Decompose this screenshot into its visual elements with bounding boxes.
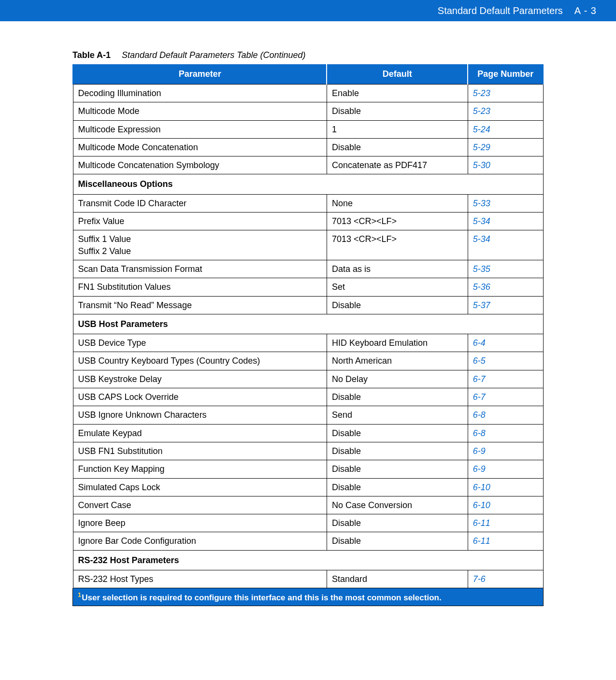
cell-parameter: USB Country Keyboard Types (Country Code… xyxy=(73,352,327,370)
page-link[interactable]: 6-7 xyxy=(473,374,486,384)
table-row: Ignore BeepDisable6-11 xyxy=(73,514,543,532)
table-row: Scan Data Transmission FormatData as is5… xyxy=(73,260,543,278)
cell-parameter: Decoding Illumination xyxy=(73,85,327,102)
cell-parameter: Ignore Bar Code Configuration xyxy=(73,532,327,550)
parameters-table: Parameter Default Page Number Decoding I… xyxy=(72,64,544,588)
cell-parameter: Function Key Mapping xyxy=(73,460,327,478)
cell-page-number: 5-23 xyxy=(468,102,543,120)
cell-page-number: 5-34 xyxy=(468,230,543,260)
page-link[interactable]: 6-10 xyxy=(473,482,490,492)
cell-default: No Delay xyxy=(327,370,468,388)
table-row: USB Ignore Unknown CharactersSend6-8 xyxy=(73,406,543,424)
cell-page-number: 5-33 xyxy=(468,194,543,212)
cell-page-number: 6-7 xyxy=(468,370,543,388)
cell-default: North American xyxy=(327,352,468,370)
cell-parameter: Simulated Caps Lock xyxy=(73,478,327,496)
page-header: Standard Default Parameters A - 3 xyxy=(0,0,616,21)
page-link[interactable]: 5-34 xyxy=(473,234,490,244)
table-row: Decoding IlluminationEnable5-23 xyxy=(73,85,543,102)
cell-parameter: Multicode Expression xyxy=(73,120,327,138)
cell-page-number: 6-9 xyxy=(468,442,543,460)
page-link[interactable]: 5-29 xyxy=(473,142,490,152)
cell-parameter: USB Ignore Unknown Characters xyxy=(73,406,327,424)
page-link[interactable]: 6-10 xyxy=(473,500,490,510)
cell-default: Disable xyxy=(327,102,468,120)
cell-default: Enable xyxy=(327,85,468,102)
cell-page-number: 6-11 xyxy=(468,532,543,550)
cell-parameter: Convert Case xyxy=(73,496,327,514)
cell-parameter: RS-232 Host Types xyxy=(73,570,327,588)
cell-parameter: USB FN1 Substitution xyxy=(73,442,327,460)
page-link[interactable]: 6-8 xyxy=(473,428,486,438)
page-link[interactable]: 5-37 xyxy=(473,300,490,310)
table-section-row: Miscellaneous Options xyxy=(73,174,543,194)
cell-page-number: 6-10 xyxy=(468,496,543,514)
page-link[interactable]: 6-8 xyxy=(473,410,486,420)
page-link[interactable]: 6-9 xyxy=(473,446,486,456)
cell-default: Disable xyxy=(327,532,468,550)
cell-default: 1 xyxy=(327,120,468,138)
page-link[interactable]: 5-30 xyxy=(473,160,490,170)
table-row: Transmit Code ID CharacterNone5-33 xyxy=(73,194,543,212)
table-row: Simulated Caps LockDisable6-10 xyxy=(73,478,543,496)
cell-page-number: 5-29 xyxy=(468,138,543,156)
page-link[interactable]: 6-11 xyxy=(473,536,490,546)
table-row: RS-232 Host TypesStandard7-6 xyxy=(73,570,543,588)
page-link[interactable]: 6-4 xyxy=(473,338,486,348)
page-link[interactable]: 5-35 xyxy=(473,264,490,274)
table-row: Ignore Bar Code ConfigurationDisable6-11 xyxy=(73,532,543,550)
section-title: RS-232 Host Parameters xyxy=(73,550,543,570)
page-link[interactable]: 6-9 xyxy=(473,464,486,474)
cell-page-number: 5-35 xyxy=(468,260,543,278)
cell-page-number: 6-10 xyxy=(468,478,543,496)
cell-default: No Case Conversion xyxy=(327,496,468,514)
cell-parameter: Scan Data Transmission Format xyxy=(73,260,327,278)
table-row: USB FN1 SubstitutionDisable6-9 xyxy=(73,442,543,460)
page-link[interactable]: 5-36 xyxy=(473,282,490,292)
col-header-default: Default xyxy=(327,64,468,85)
cell-default: HID Keyboard Emulation xyxy=(327,334,468,352)
footnote-marker: 1 xyxy=(78,591,81,598)
cell-parameter: USB Keystroke Delay xyxy=(73,370,327,388)
cell-parameter: FN1 Substitution Values xyxy=(73,278,327,296)
header-section-title: Standard Default Parameters xyxy=(438,5,563,16)
cell-default: Disable xyxy=(327,388,468,406)
page-link[interactable]: 7-6 xyxy=(473,574,486,584)
cell-default: Disable xyxy=(327,460,468,478)
cell-page-number: 6-8 xyxy=(468,424,543,442)
cell-default: None xyxy=(327,194,468,212)
page-link[interactable]: 6-5 xyxy=(473,356,486,366)
cell-parameter: USB Device Type xyxy=(73,334,327,352)
cell-page-number: 7-6 xyxy=(468,570,543,588)
page-link[interactable]: 5-23 xyxy=(473,88,490,98)
page-link[interactable]: 6-11 xyxy=(473,518,490,528)
table-row: Function Key MappingDisable6-9 xyxy=(73,460,543,478)
cell-default: Disable xyxy=(327,424,468,442)
cell-parameter: Multicode Concatenation Symbology xyxy=(73,156,327,174)
cell-default: Disable xyxy=(327,514,468,532)
cell-default: Concatenate as PDF417 xyxy=(327,156,468,174)
table-caption-label: Table A-1 xyxy=(72,50,111,60)
page-link[interactable]: 5-34 xyxy=(473,216,490,226)
page-link[interactable]: 5-23 xyxy=(473,106,490,116)
cell-page-number: 6-4 xyxy=(468,334,543,352)
table-row: Prefix Value7013 <CR><LF>5-34 xyxy=(73,212,543,230)
table-row: USB Device TypeHID Keyboard Emulation6-4 xyxy=(73,334,543,352)
page-link[interactable]: 5-24 xyxy=(473,125,490,134)
table-row: Multicode Concatenation SymbologyConcate… xyxy=(73,156,543,174)
cell-page-number: 5-36 xyxy=(468,278,543,296)
table-section-row: USB Host Parameters xyxy=(73,314,543,334)
cell-parameter: Suffix 1 Value Suffix 2 Value xyxy=(73,230,327,260)
cell-default: Disable xyxy=(327,478,468,496)
cell-parameter: Prefix Value xyxy=(73,212,327,230)
section-title: USB Host Parameters xyxy=(73,314,543,334)
page-link[interactable]: 6-7 xyxy=(473,392,486,402)
cell-page-number: 5-30 xyxy=(468,156,543,174)
cell-parameter: Multicode Mode Concatenation xyxy=(73,138,327,156)
cell-default: Data as is xyxy=(327,260,468,278)
table-row: Multicode ModeDisable5-23 xyxy=(73,102,543,120)
page-content: Table A-1 Standard Default Parameters Ta… xyxy=(0,21,616,625)
cell-parameter: USB CAPS Lock Override xyxy=(73,388,327,406)
table-row: Transmit “No Read” MessageDisable5-37 xyxy=(73,296,543,314)
page-link[interactable]: 5-33 xyxy=(473,198,490,208)
